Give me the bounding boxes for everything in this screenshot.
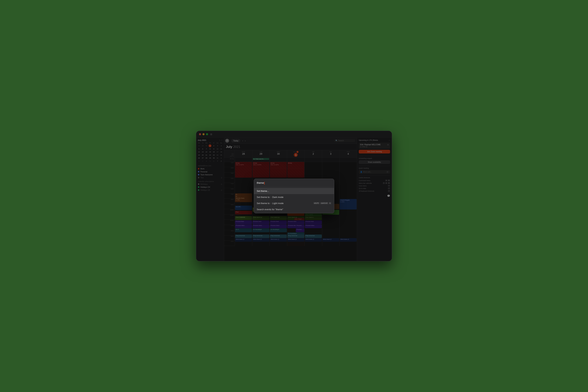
cp-light-value: Light mode: [272, 202, 284, 204]
cp-item-search-events[interactable]: Search events for "theme": [254, 206, 334, 212]
command-palette-overlay[interactable]: theme Set theme... Set theme to › Dark m…: [196, 131, 392, 261]
command-palette: theme Set theme... Set theme to › Dark m…: [254, 179, 334, 213]
cp-items: Set theme... Set theme to › Dark mode Se…: [254, 187, 334, 213]
cp-dark-value: Dark mode: [272, 196, 284, 198]
device-frame: ⊞ July 2021 ‹ › Mo Tu We: [196, 131, 392, 261]
cp-item-label: Set theme...: [257, 190, 269, 192]
cp-input-text: theme: [257, 181, 264, 184]
cp-item-set-theme[interactable]: Set theme...: [254, 188, 334, 194]
cp-item-light-mode[interactable]: Set theme to › Light mode shift control …: [254, 200, 334, 206]
cp-cursor: [264, 182, 264, 184]
cp-item-dark-mode[interactable]: Set theme to › Dark mode: [254, 194, 334, 200]
cp-input-row: theme: [254, 179, 334, 187]
cp-light-label: Set theme to: [257, 202, 270, 204]
cp-search-label: Search events for "theme": [257, 208, 283, 211]
app-window: ⊞ July 2021 ‹ › Mo Tu We: [196, 131, 392, 261]
cp-dark-label: Set theme to: [257, 196, 270, 198]
